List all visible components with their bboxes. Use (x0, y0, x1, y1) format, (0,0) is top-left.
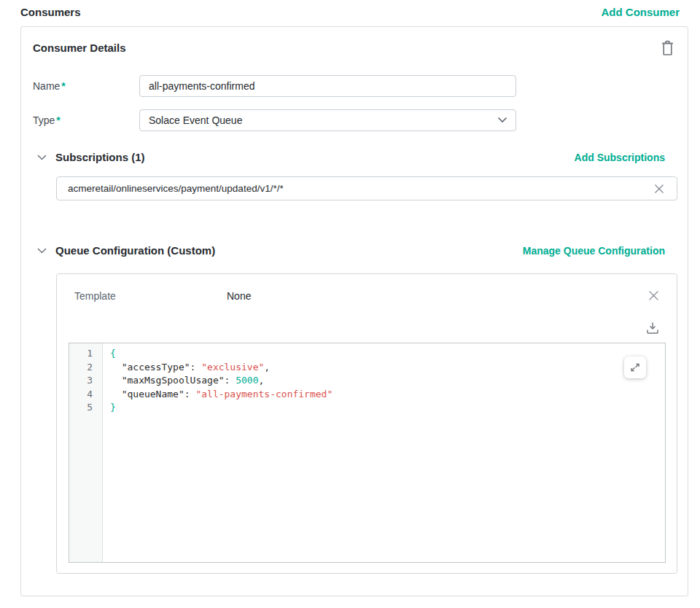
line-number: 3 (69, 374, 93, 388)
code-line: } (110, 401, 665, 415)
type-label: Type* (33, 114, 139, 126)
queue-config-title: Queue Configuration (Custom) (55, 244, 215, 257)
code-line: "accessType": "exclusive", (110, 361, 665, 375)
subscriptions-collapse-toggle[interactable] (37, 155, 47, 160)
line-number: 1 (69, 347, 93, 361)
consumer-details-card: Consumer Details Name* Type* Solace Even… (20, 26, 688, 596)
add-subscriptions-link[interactable]: Add Subscriptions (575, 152, 665, 163)
type-select-value: Solace Event Queue (149, 114, 242, 126)
queue-config-panel: Template None (56, 273, 677, 574)
expand-editor-button[interactable] (624, 356, 646, 378)
required-asterisk: * (56, 114, 60, 126)
code-line: { (110, 347, 665, 361)
subscription-topic: acmeretail/onlineservices/payment/update… (68, 183, 653, 194)
close-icon (648, 290, 659, 301)
remove-subscription-button[interactable] (653, 182, 666, 195)
subscription-row: acmeretail/onlineservices/payment/update… (56, 176, 677, 200)
template-label: Template (74, 290, 227, 302)
editor-code[interactable]: { "accessType": "exclusive", "maxMsgSpoo… (103, 343, 665, 562)
chevron-down-icon (37, 155, 47, 160)
type-field-row: Type* Solace Event Queue (33, 109, 676, 131)
queue-config-collapse-toggle[interactable] (37, 248, 47, 254)
card-header: Consumer Details (33, 27, 676, 58)
subscriptions-section-header: Subscriptions (1) Add Subscriptions (33, 151, 676, 163)
close-icon (654, 184, 664, 194)
name-label: Name* (33, 80, 139, 92)
template-value: None (227, 290, 647, 302)
download-config-button[interactable] (645, 320, 661, 336)
chevron-down-icon (37, 248, 47, 254)
add-consumer-link[interactable]: Add Consumer (601, 6, 680, 18)
line-number: 5 (69, 401, 93, 415)
name-field-row: Name* (33, 75, 676, 97)
consumers-header: Consumers Add Consumer (0, 0, 700, 19)
expand-icon (629, 362, 641, 373)
line-number: 4 (69, 388, 93, 402)
template-row: Template None (57, 274, 677, 303)
page-title: Consumers (20, 6, 81, 18)
queue-config-code-editor[interactable]: 1 2 3 4 5 { "accessType": "exclusive", "… (69, 343, 666, 563)
required-asterisk: * (61, 80, 65, 92)
name-input[interactable] (139, 75, 516, 97)
queue-config-section-header: Queue Configuration (Custom) Manage Queu… (33, 244, 676, 257)
editor-line-numbers: 1 2 3 4 5 (69, 343, 103, 562)
code-line: "queueName": "all-payments-confirmed" (110, 388, 665, 402)
trash-icon (661, 40, 674, 56)
code-line: "maxMsgSpoolUsage": 5000, (110, 374, 665, 388)
delete-consumer-button[interactable] (659, 39, 676, 58)
card-title: Consumer Details (33, 39, 126, 54)
clear-template-button[interactable] (647, 289, 661, 303)
download-row (57, 303, 677, 336)
line-number: 2 (69, 361, 93, 375)
subscriptions-title: Subscriptions (1) (55, 151, 145, 163)
download-icon (646, 321, 659, 335)
chevron-down-icon (497, 117, 508, 123)
manage-queue-configuration-link[interactable]: Manage Queue Configuration (523, 245, 665, 257)
type-select[interactable]: Solace Event Queue (139, 109, 516, 131)
